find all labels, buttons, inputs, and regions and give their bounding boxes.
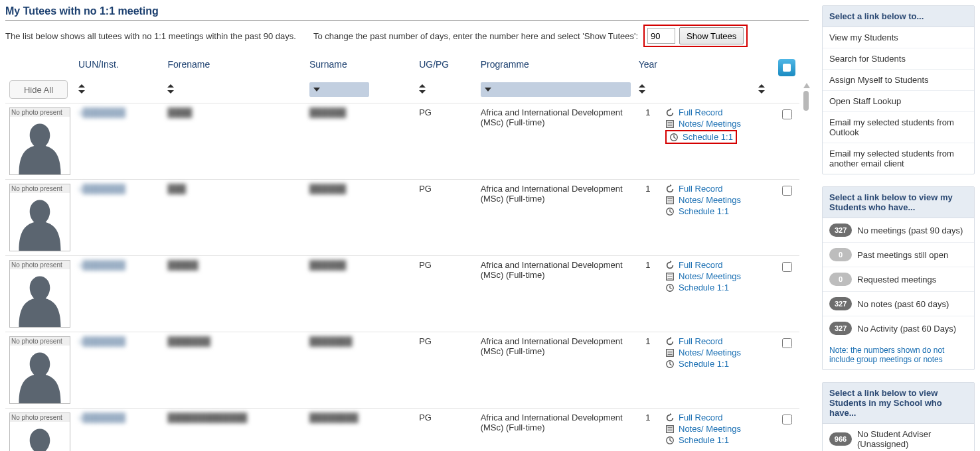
row-checkbox[interactable]	[782, 262, 792, 272]
sidebar-filters-note: Note: the numbers shown do not include g…	[823, 340, 974, 369]
schedule-link[interactable]: Schedule 1:1	[679, 359, 729, 369]
schedule-link[interactable]: Schedule 1:1	[679, 435, 729, 445]
row-checkbox[interactable]	[782, 338, 792, 348]
notes-meetings-link[interactable]: Notes/ Meetings	[679, 271, 741, 281]
photo-placeholder: No photo present	[9, 184, 70, 251]
sidebar-filter-item[interactable]: 0Past meetings still open	[823, 242, 974, 267]
no-photo-label: No photo present	[10, 413, 70, 422]
row-checkbox[interactable]	[782, 186, 792, 196]
notes-icon	[665, 424, 675, 434]
sidebar-school-label: No Student Adviser (Unassigned)	[857, 429, 967, 449]
uun-link[interactable]: s███████	[78, 336, 125, 346]
uun-link[interactable]: s███████	[78, 184, 125, 194]
scroll-up-icon[interactable]	[803, 83, 810, 88]
sidebar-filter-item[interactable]: 0Requested meetings	[823, 267, 974, 291]
full-record-link[interactable]: Full Record	[679, 413, 722, 422]
notes-meetings-link[interactable]: Notes/ Meetings	[679, 348, 741, 357]
col-year[interactable]: Year	[635, 56, 661, 79]
uun-link[interactable]: s███████	[78, 260, 125, 270]
table-row: No photo presents██████████████████PGAfr…	[5, 256, 799, 332]
scrollbar[interactable]	[803, 83, 809, 451]
ugpg-text: PG	[415, 256, 477, 332]
show-tutees-button[interactable]: Show Tutees	[679, 27, 744, 44]
sidebar-link-item[interactable]: Assign Myself to Students	[823, 69, 974, 90]
sidebar-link-item[interactable]: Email my selected students from Outlook	[823, 111, 974, 143]
sidebar-filters-panel: Select a link below to view my Students …	[822, 186, 975, 370]
surname-filter-dropdown[interactable]	[309, 82, 369, 97]
person-silhouette-icon	[10, 269, 70, 327]
notes-icon	[665, 196, 675, 205]
col-programme[interactable]: Programme	[477, 56, 635, 79]
sidebar-school-panel: Select a link below to view Students in …	[822, 382, 975, 451]
full-record-link[interactable]: Full Record	[679, 184, 722, 194]
count-badge: 0	[829, 248, 852, 261]
hide-all-button[interactable]: Hide All	[9, 80, 68, 99]
scroll-thumb[interactable]	[803, 91, 809, 111]
col-ugpg[interactable]: UG/PG	[415, 56, 477, 79]
sidebar-link-item[interactable]: Open Staff Lookup	[823, 90, 974, 111]
sort-year-icon[interactable]	[639, 84, 645, 94]
forename-text: █████	[167, 260, 198, 270]
ugpg-text: PG	[415, 103, 477, 180]
clock-icon	[665, 283, 675, 292]
row-checkbox[interactable]	[782, 415, 792, 424]
clock-icon	[665, 207, 675, 216]
person-silhouette-icon	[10, 422, 70, 451]
ugpg-text: PG	[415, 409, 477, 452]
count-badge: 966	[829, 432, 852, 446]
sort-forename-icon[interactable]	[167, 84, 174, 94]
full-record-link[interactable]: Full Record	[679, 107, 722, 117]
photo-placeholder: No photo present	[9, 260, 70, 328]
schedule-link[interactable]: Schedule 1:1	[683, 132, 733, 142]
count-badge: 0	[829, 273, 852, 286]
year-text: 1	[635, 103, 661, 180]
schedule-link[interactable]: Schedule 1:1	[679, 206, 729, 216]
year-text: 1	[635, 256, 661, 332]
no-photo-label: No photo present	[10, 184, 70, 193]
uun-link[interactable]: s███████	[78, 413, 125, 422]
select-all-toggle[interactable]	[778, 59, 795, 76]
table-row: No photo presents█████████████████PGAfri…	[5, 103, 799, 180]
sidebar-school-header: Select a link below to view Students in …	[823, 383, 974, 424]
sidebar-link-item[interactable]: Email my selected students from another …	[823, 143, 974, 174]
sidebar-filters-header: Select a link below to view my Students …	[823, 187, 974, 218]
row-checkbox[interactable]	[782, 109, 792, 119]
sidebar-link-item[interactable]: Search for Students	[823, 48, 974, 69]
programme-text: Africa and International Development (MS…	[477, 103, 635, 180]
days-input[interactable]	[647, 28, 675, 44]
sidebar-link-item[interactable]: View my Students	[823, 27, 974, 48]
sidebar-filter-item[interactable]: 327No notes (past 60 days)	[823, 291, 974, 316]
full-record-link[interactable]: Full Record	[679, 260, 722, 270]
sort-ugpg-icon[interactable]	[419, 84, 426, 94]
uun-link[interactable]: s███████	[78, 107, 125, 117]
notes-meetings-link[interactable]: Notes/ Meetings	[679, 195, 741, 205]
photo-placeholder: No photo present	[9, 413, 70, 451]
full-record-link[interactable]: Full Record	[679, 336, 722, 346]
sidebar-link-label: Search for Students	[829, 54, 906, 64]
sort-uun-icon[interactable]	[78, 84, 85, 94]
notes-meetings-link[interactable]: Notes/ Meetings	[679, 119, 741, 129]
clock-icon	[665, 359, 675, 369]
programme-filter-dropdown[interactable]	[481, 82, 631, 97]
intro-text-1: The list below shows all tutees with no …	[5, 31, 296, 41]
surname-text: ████████	[309, 413, 359, 422]
no-photo-label: No photo present	[10, 337, 70, 346]
full-record-icon	[665, 337, 675, 346]
schedule-link[interactable]: Schedule 1:1	[679, 283, 729, 292]
col-uun[interactable]: UUN/Inst.	[74, 56, 163, 79]
title-rule	[5, 20, 809, 21]
programme-text: Africa and International Development (MS…	[477, 180, 635, 256]
col-surname[interactable]: Surname	[305, 56, 415, 79]
col-forename[interactable]: Forename	[163, 56, 305, 79]
sidebar-links-header: Select a link below to...	[823, 6, 974, 27]
tutees-table: UUN/Inst. Forename Surname UG/PG Program…	[5, 56, 799, 451]
table-row: No photo presents█████████████████████PG…	[5, 332, 799, 409]
programme-text: Africa and International Development (MS…	[477, 256, 635, 332]
sort-actions-icon[interactable]	[758, 84, 765, 94]
no-photo-label: No photo present	[10, 108, 70, 117]
sidebar-school-item[interactable]: 966No Student Adviser (Unassigned)	[823, 424, 974, 451]
photo-placeholder: No photo present	[9, 336, 70, 404]
sidebar-filter-item[interactable]: 327No meetings (past 90 days)	[823, 218, 974, 242]
notes-meetings-link[interactable]: Notes/ Meetings	[679, 424, 741, 434]
sidebar-filter-item[interactable]: 327No Activity (past 60 Days)	[823, 316, 974, 340]
